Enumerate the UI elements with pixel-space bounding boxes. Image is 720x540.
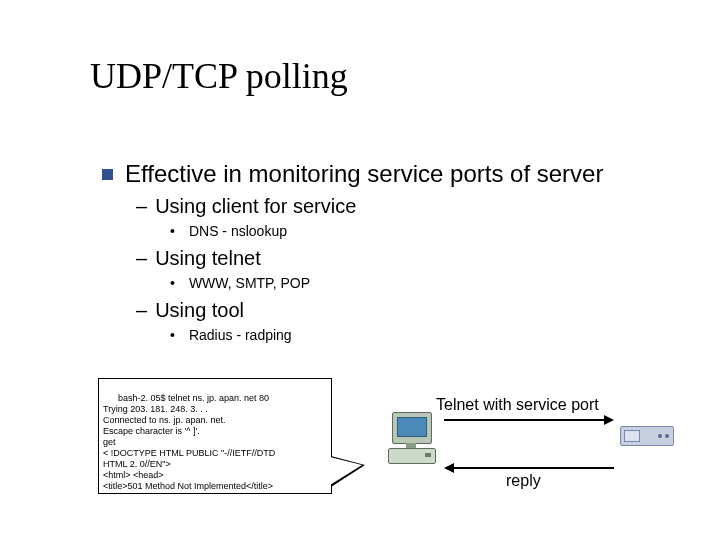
slide-body: Effective in monitoring service ports of…: [102, 160, 662, 348]
bullet-lvl2: – Using tool: [136, 298, 662, 322]
arrow-label-request: Telnet with service port: [436, 396, 599, 414]
slide-title: UDP/TCP polling: [90, 55, 348, 97]
terminal-output-text: bash-2. 05$ telnet ns. jp. apan. net 80 …: [103, 393, 275, 491]
bullet-lvl3-text: DNS - nslookup: [189, 222, 287, 240]
bullet-lvl1-text: Effective in monitoring service ports of…: [125, 160, 603, 188]
client-pc-icon: [388, 412, 436, 470]
dot-bullet-icon: •: [170, 326, 175, 344]
square-bullet-icon: [102, 169, 113, 180]
monitor-icon: [392, 412, 432, 444]
dot-bullet-icon: •: [170, 274, 175, 292]
slide: UDP/TCP polling Effective in monitoring …: [0, 0, 720, 540]
network-diagram: Telnet with service port reply: [376, 390, 676, 510]
bullet-lvl3: • Radius - radping: [170, 326, 662, 344]
terminal-output-box: bash-2. 05$ telnet ns. jp. apan. net 80 …: [98, 378, 332, 494]
bullet-lvl2-text: Using telnet: [155, 246, 261, 270]
bullet-lvl3-text: Radius - radping: [189, 326, 292, 344]
bullet-lvl2: – Using client for service: [136, 194, 662, 218]
dot-bullet-icon: •: [170, 222, 175, 240]
bullet-lvl1: Effective in monitoring service ports of…: [102, 160, 662, 188]
terminal-callout: bash-2. 05$ telnet ns. jp. apan. net 80 …: [98, 378, 352, 494]
arrow-label-reply: reply: [506, 472, 541, 490]
bullet-lvl3: • DNS - nslookup: [170, 222, 662, 240]
bullet-lvl2-text: Using tool: [155, 298, 244, 322]
bullet-lvl3-text: WWW, SMTP, POP: [189, 274, 310, 292]
dash-bullet-icon: –: [136, 246, 147, 270]
pc-tower-icon: [388, 448, 436, 464]
dash-bullet-icon: –: [136, 194, 147, 218]
bullet-lvl2-text: Using client for service: [155, 194, 356, 218]
bullet-lvl3: • WWW, SMTP, POP: [170, 274, 662, 292]
dash-bullet-icon: –: [136, 298, 147, 322]
server-rack-icon: [620, 426, 674, 446]
bullet-lvl2: – Using telnet: [136, 246, 662, 270]
